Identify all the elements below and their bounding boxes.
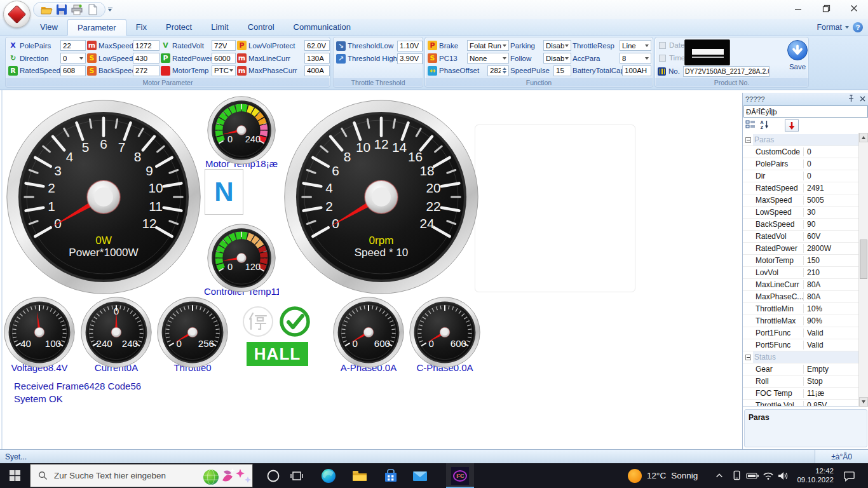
parking-select[interactable]: Disab bbox=[543, 40, 571, 51]
qat-overflow-button[interactable] bbox=[105, 4, 114, 15]
param-row-maxspeed[interactable]: MaxSpeed5005 bbox=[743, 194, 859, 207]
param-row-maxlinecurr[interactable]: MaxLineCurr80A bbox=[743, 279, 859, 291]
edge-icon[interactable] bbox=[316, 463, 341, 488]
spinner-buttons[interactable] bbox=[501, 67, 506, 74]
tab-view[interactable]: View bbox=[31, 19, 67, 36]
motortemp-select[interactable]: PTC bbox=[212, 65, 236, 76]
thresholdlow-input[interactable]: 1.10V bbox=[397, 41, 423, 51]
task-view-icon[interactable] bbox=[285, 463, 309, 488]
lowspeed-input[interactable]: 430 bbox=[133, 53, 159, 64]
tab-parameter[interactable]: Parameter bbox=[67, 19, 126, 36]
maxlinecurr-input[interactable]: 130A bbox=[304, 53, 330, 64]
param-row-motortemp[interactable]: MotorTemp150 bbox=[743, 255, 859, 267]
ratedspeed-input[interactable]: 608 bbox=[60, 65, 86, 76]
taskbar-search-box[interactable]: Zur Suche Text hier eingeben bbox=[30, 464, 253, 487]
pin-icon[interactable] bbox=[848, 95, 855, 104]
param-row-lowspeed[interactable]: LowSpeed30 bbox=[743, 207, 859, 219]
section-header-status[interactable]: Status bbox=[743, 351, 859, 363]
polepairs-input[interactable]: 22 bbox=[60, 40, 86, 51]
phaseoffset-spinner[interactable]: 282 bbox=[487, 65, 509, 76]
param-row-lovvol[interactable]: LovVol210 bbox=[743, 267, 859, 279]
tab-communication[interactable]: Communication bbox=[284, 19, 360, 36]
print-button[interactable] bbox=[71, 3, 83, 16]
param-row-dir[interactable]: Dir0 bbox=[743, 170, 859, 182]
throttleresp-select[interactable]: Line bbox=[620, 40, 651, 51]
param-row-port1func[interactable]: Port1FuncValid bbox=[743, 327, 859, 339]
tray-wifi-icon[interactable] bbox=[760, 463, 776, 488]
open-button[interactable] bbox=[40, 3, 53, 16]
param-row-throttlemin[interactable]: ThrottleMin10% bbox=[743, 303, 859, 315]
tray-volume-icon[interactable] bbox=[775, 463, 792, 488]
start-button[interactable] bbox=[0, 463, 30, 488]
collapse-box-icon[interactable] bbox=[745, 355, 751, 360]
maxphasecurr-input[interactable]: 400A bbox=[304, 65, 330, 76]
save-quick-button[interactable] bbox=[55, 3, 68, 16]
scroll-up-icon[interactable] bbox=[859, 133, 868, 142]
threshold-high-input[interactable]: 3.90V bbox=[397, 53, 423, 64]
taskbar-clock[interactable]: 12:42 09.10.2022 bbox=[792, 466, 834, 484]
direction-select[interactable]: 0 bbox=[60, 53, 86, 64]
follow-select[interactable]: Disab bbox=[543, 53, 571, 64]
product-no-input[interactable]: DY72V150AB_2217_28A.2.0 bbox=[683, 66, 770, 77]
time-checkbox-icon[interactable] bbox=[659, 55, 666, 62]
ratedvolt-input[interactable]: 72V bbox=[212, 40, 236, 51]
download-params-button[interactable] bbox=[785, 119, 799, 132]
param-row-backspeed[interactable]: BackSpeed90 bbox=[743, 219, 859, 231]
tab-control[interactable]: Control bbox=[238, 19, 284, 36]
collapse-box-icon[interactable] bbox=[745, 137, 751, 143]
svg-text:Z: Z bbox=[761, 125, 764, 130]
param-row-ratedvol[interactable]: RatedVol60V bbox=[743, 231, 859, 243]
help-icon[interactable]: ? bbox=[853, 22, 863, 32]
param-row-throttle-vol[interactable]: Throttle Vol0.85V bbox=[743, 400, 859, 407]
param-row-port5func[interactable]: Port5FuncValid bbox=[743, 339, 859, 351]
scroll-down-icon[interactable] bbox=[859, 397, 868, 407]
restore-button[interactable] bbox=[812, 0, 840, 17]
file-explorer-icon[interactable] bbox=[348, 463, 372, 488]
batterytotalcap-input[interactable]: 100AH bbox=[622, 65, 651, 76]
cortana-icon[interactable] bbox=[261, 463, 285, 488]
mail-icon[interactable] bbox=[408, 463, 432, 488]
param-row-customcode[interactable]: CustomCode0 bbox=[743, 146, 859, 158]
param-row-throttlemax[interactable]: ThrottleMax90% bbox=[743, 315, 859, 327]
sidebar-close-icon[interactable] bbox=[860, 95, 865, 103]
tab-protect[interactable]: Protect bbox=[156, 19, 201, 36]
param-row-gear[interactable]: GearEmpty bbox=[743, 363, 859, 376]
tab-limit[interactable]: Limit bbox=[201, 19, 238, 36]
param-row-polepairs[interactable]: PolePairs0 bbox=[743, 158, 859, 170]
speedpulse-input[interactable]: 15 bbox=[553, 65, 571, 76]
foc-app-icon[interactable]: FC bbox=[446, 463, 474, 488]
param-row-ratedspeed[interactable]: RatedSpeed2491 bbox=[743, 182, 859, 194]
lowvolprotect-input[interactable]: 62.0V bbox=[304, 40, 330, 51]
new-document-button[interactable] bbox=[86, 3, 98, 16]
format-menu[interactable]: Format bbox=[817, 23, 849, 32]
param-row-roll[interactable]: RollStop bbox=[743, 376, 859, 388]
param-row-maxphasec[interactable]: MaxPhaseC...80A bbox=[743, 291, 859, 303]
action-center-icon[interactable] bbox=[839, 463, 859, 488]
section-header-paras[interactable]: Paras bbox=[743, 134, 859, 146]
categorized-view-icon[interactable] bbox=[745, 119, 756, 132]
maxspeed-input[interactable]: 1272 bbox=[133, 40, 159, 51]
brake-select[interactable]: Folat Run bbox=[467, 40, 509, 51]
tray-chevron-up-icon[interactable] bbox=[710, 463, 728, 488]
parameter-file-input[interactable] bbox=[743, 105, 868, 118]
param-row-ratedpower[interactable]: RatedPower2800W bbox=[743, 243, 859, 255]
weather-widget[interactable]: 12°C Sonnig bbox=[628, 463, 698, 488]
scrollbar-thumb[interactable] bbox=[860, 240, 867, 279]
minimize-button[interactable] bbox=[784, 0, 812, 17]
backspeed-input[interactable]: 272 bbox=[133, 65, 159, 76]
tab-fix[interactable]: Fix bbox=[126, 19, 156, 36]
sidebar-scrollbar[interactable] bbox=[858, 133, 868, 407]
date-checkbox-icon[interactable] bbox=[659, 42, 666, 49]
microsoft-store-icon[interactable] bbox=[379, 463, 403, 488]
ratedpower-input[interactable]: 6000 bbox=[212, 53, 236, 64]
accpara-select[interactable]: 8 bbox=[620, 53, 651, 64]
save-button[interactable] bbox=[787, 40, 808, 60]
param-row-foc-temp[interactable]: FOC Temp11¡æ bbox=[743, 388, 859, 400]
tray-battery-icon[interactable] bbox=[743, 463, 761, 488]
close-button[interactable] bbox=[840, 0, 868, 17]
pc13-select[interactable]: None bbox=[467, 53, 509, 64]
save-arrow-icon bbox=[790, 43, 805, 58]
az-sort-icon[interactable]: AZ bbox=[759, 119, 770, 132]
app-menu-button[interactable] bbox=[3, 1, 31, 28]
tray-device-icon[interactable] bbox=[728, 463, 745, 488]
